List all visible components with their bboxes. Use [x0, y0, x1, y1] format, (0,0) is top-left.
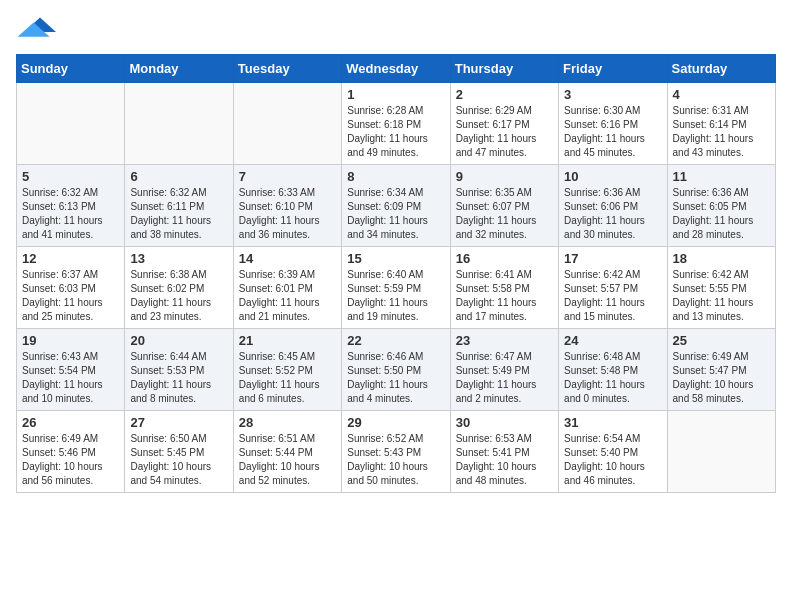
calendar-header-row: SundayMondayTuesdayWednesdayThursdayFrid… [17, 55, 776, 83]
day-info: Sunrise: 6:39 AM Sunset: 6:01 PM Dayligh… [239, 268, 336, 324]
day-number: 3 [564, 87, 661, 102]
day-info: Sunrise: 6:30 AM Sunset: 6:16 PM Dayligh… [564, 104, 661, 160]
day-number: 2 [456, 87, 553, 102]
day-info: Sunrise: 6:49 AM Sunset: 5:46 PM Dayligh… [22, 432, 119, 488]
day-info: Sunrise: 6:36 AM Sunset: 6:05 PM Dayligh… [673, 186, 770, 242]
day-info: Sunrise: 6:44 AM Sunset: 5:53 PM Dayligh… [130, 350, 227, 406]
day-number: 31 [564, 415, 661, 430]
day-number: 26 [22, 415, 119, 430]
day-number: 30 [456, 415, 553, 430]
day-info: Sunrise: 6:42 AM Sunset: 5:55 PM Dayligh… [673, 268, 770, 324]
day-info: Sunrise: 6:35 AM Sunset: 6:07 PM Dayligh… [456, 186, 553, 242]
calendar-day-cell: 15Sunrise: 6:40 AM Sunset: 5:59 PM Dayli… [342, 247, 450, 329]
column-header-sunday: Sunday [17, 55, 125, 83]
calendar-day-cell: 26Sunrise: 6:49 AM Sunset: 5:46 PM Dayli… [17, 411, 125, 493]
calendar-day-cell: 23Sunrise: 6:47 AM Sunset: 5:49 PM Dayli… [450, 329, 558, 411]
day-number: 24 [564, 333, 661, 348]
day-number: 9 [456, 169, 553, 184]
day-info: Sunrise: 6:41 AM Sunset: 5:58 PM Dayligh… [456, 268, 553, 324]
day-number: 8 [347, 169, 444, 184]
day-number: 14 [239, 251, 336, 266]
calendar-day-cell: 7Sunrise: 6:33 AM Sunset: 6:10 PM Daylig… [233, 165, 341, 247]
day-info: Sunrise: 6:32 AM Sunset: 6:11 PM Dayligh… [130, 186, 227, 242]
day-info: Sunrise: 6:47 AM Sunset: 5:49 PM Dayligh… [456, 350, 553, 406]
calendar-day-cell: 20Sunrise: 6:44 AM Sunset: 5:53 PM Dayli… [125, 329, 233, 411]
day-info: Sunrise: 6:28 AM Sunset: 6:18 PM Dayligh… [347, 104, 444, 160]
calendar-day-cell: 4Sunrise: 6:31 AM Sunset: 6:14 PM Daylig… [667, 83, 775, 165]
day-info: Sunrise: 6:52 AM Sunset: 5:43 PM Dayligh… [347, 432, 444, 488]
calendar-day-cell: 25Sunrise: 6:49 AM Sunset: 5:47 PM Dayli… [667, 329, 775, 411]
day-info: Sunrise: 6:43 AM Sunset: 5:54 PM Dayligh… [22, 350, 119, 406]
calendar-day-cell [667, 411, 775, 493]
calendar-week-row: 26Sunrise: 6:49 AM Sunset: 5:46 PM Dayli… [17, 411, 776, 493]
day-info: Sunrise: 6:40 AM Sunset: 5:59 PM Dayligh… [347, 268, 444, 324]
day-number: 22 [347, 333, 444, 348]
day-info: Sunrise: 6:33 AM Sunset: 6:10 PM Dayligh… [239, 186, 336, 242]
calendar-day-cell: 16Sunrise: 6:41 AM Sunset: 5:58 PM Dayli… [450, 247, 558, 329]
day-number: 15 [347, 251, 444, 266]
calendar-day-cell: 17Sunrise: 6:42 AM Sunset: 5:57 PM Dayli… [559, 247, 667, 329]
day-number: 6 [130, 169, 227, 184]
column-header-thursday: Thursday [450, 55, 558, 83]
day-number: 20 [130, 333, 227, 348]
day-info: Sunrise: 6:36 AM Sunset: 6:06 PM Dayligh… [564, 186, 661, 242]
column-header-friday: Friday [559, 55, 667, 83]
calendar-day-cell: 9Sunrise: 6:35 AM Sunset: 6:07 PM Daylig… [450, 165, 558, 247]
day-number: 16 [456, 251, 553, 266]
calendar-week-row: 5Sunrise: 6:32 AM Sunset: 6:13 PM Daylig… [17, 165, 776, 247]
calendar-day-cell: 24Sunrise: 6:48 AM Sunset: 5:48 PM Dayli… [559, 329, 667, 411]
day-number: 4 [673, 87, 770, 102]
day-info: Sunrise: 6:31 AM Sunset: 6:14 PM Dayligh… [673, 104, 770, 160]
calendar-day-cell: 19Sunrise: 6:43 AM Sunset: 5:54 PM Dayli… [17, 329, 125, 411]
calendar-day-cell: 11Sunrise: 6:36 AM Sunset: 6:05 PM Dayli… [667, 165, 775, 247]
day-number: 10 [564, 169, 661, 184]
day-info: Sunrise: 6:50 AM Sunset: 5:45 PM Dayligh… [130, 432, 227, 488]
day-info: Sunrise: 6:46 AM Sunset: 5:50 PM Dayligh… [347, 350, 444, 406]
column-header-tuesday: Tuesday [233, 55, 341, 83]
calendar-week-row: 12Sunrise: 6:37 AM Sunset: 6:03 PM Dayli… [17, 247, 776, 329]
day-info: Sunrise: 6:54 AM Sunset: 5:40 PM Dayligh… [564, 432, 661, 488]
day-info: Sunrise: 6:34 AM Sunset: 6:09 PM Dayligh… [347, 186, 444, 242]
column-header-saturday: Saturday [667, 55, 775, 83]
calendar-day-cell: 12Sunrise: 6:37 AM Sunset: 6:03 PM Dayli… [17, 247, 125, 329]
calendar-day-cell: 27Sunrise: 6:50 AM Sunset: 5:45 PM Dayli… [125, 411, 233, 493]
logo [16, 16, 60, 46]
calendar-week-row: 19Sunrise: 6:43 AM Sunset: 5:54 PM Dayli… [17, 329, 776, 411]
calendar-day-cell: 8Sunrise: 6:34 AM Sunset: 6:09 PM Daylig… [342, 165, 450, 247]
calendar-day-cell: 21Sunrise: 6:45 AM Sunset: 5:52 PM Dayli… [233, 329, 341, 411]
calendar-day-cell: 28Sunrise: 6:51 AM Sunset: 5:44 PM Dayli… [233, 411, 341, 493]
calendar-day-cell: 6Sunrise: 6:32 AM Sunset: 6:11 PM Daylig… [125, 165, 233, 247]
day-number: 18 [673, 251, 770, 266]
day-number: 27 [130, 415, 227, 430]
day-info: Sunrise: 6:38 AM Sunset: 6:02 PM Dayligh… [130, 268, 227, 324]
day-number: 13 [130, 251, 227, 266]
day-info: Sunrise: 6:45 AM Sunset: 5:52 PM Dayligh… [239, 350, 336, 406]
calendar-day-cell [125, 83, 233, 165]
day-info: Sunrise: 6:37 AM Sunset: 6:03 PM Dayligh… [22, 268, 119, 324]
day-number: 17 [564, 251, 661, 266]
page-header [16, 16, 776, 46]
day-number: 11 [673, 169, 770, 184]
calendar-day-cell: 18Sunrise: 6:42 AM Sunset: 5:55 PM Dayli… [667, 247, 775, 329]
calendar-day-cell: 3Sunrise: 6:30 AM Sunset: 6:16 PM Daylig… [559, 83, 667, 165]
day-number: 1 [347, 87, 444, 102]
calendar-day-cell [233, 83, 341, 165]
day-number: 12 [22, 251, 119, 266]
calendar-day-cell: 29Sunrise: 6:52 AM Sunset: 5:43 PM Dayli… [342, 411, 450, 493]
calendar-day-cell [17, 83, 125, 165]
calendar-day-cell: 5Sunrise: 6:32 AM Sunset: 6:13 PM Daylig… [17, 165, 125, 247]
column-header-wednesday: Wednesday [342, 55, 450, 83]
day-number: 29 [347, 415, 444, 430]
calendar-table: SundayMondayTuesdayWednesdayThursdayFrid… [16, 54, 776, 493]
day-number: 21 [239, 333, 336, 348]
calendar-day-cell: 1Sunrise: 6:28 AM Sunset: 6:18 PM Daylig… [342, 83, 450, 165]
day-number: 28 [239, 415, 336, 430]
day-number: 25 [673, 333, 770, 348]
day-info: Sunrise: 6:53 AM Sunset: 5:41 PM Dayligh… [456, 432, 553, 488]
logo-icon [16, 16, 56, 44]
calendar-day-cell: 30Sunrise: 6:53 AM Sunset: 5:41 PM Dayli… [450, 411, 558, 493]
day-number: 23 [456, 333, 553, 348]
day-number: 5 [22, 169, 119, 184]
calendar-day-cell: 2Sunrise: 6:29 AM Sunset: 6:17 PM Daylig… [450, 83, 558, 165]
calendar-day-cell: 14Sunrise: 6:39 AM Sunset: 6:01 PM Dayli… [233, 247, 341, 329]
